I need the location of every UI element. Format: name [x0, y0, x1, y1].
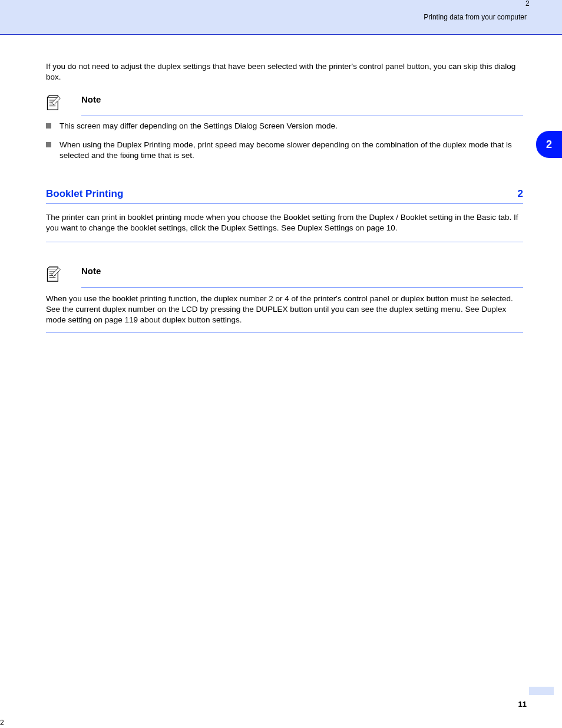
header-text: Printing data from your computer: [424, 13, 527, 21]
top-line: [0, 34, 562, 35]
note-icon: [46, 266, 81, 285]
note-2-body: When you use the booklet printing functi…: [46, 294, 523, 325]
note-2-rule-top: [81, 287, 523, 288]
note-2-rule-bottom: [46, 332, 523, 333]
square-bullet-icon: [46, 123, 51, 129]
bottom-right-bar: [529, 687, 554, 695]
intro-paragraph: If you do not need to adjust the duplex …: [46, 61, 523, 83]
note-2-label: Note: [81, 266, 523, 276]
note-icon: [46, 94, 81, 113]
section-number: 2: [518, 188, 523, 200]
page-number: 11: [518, 700, 527, 709]
section-underline: [46, 203, 523, 204]
aux-bottom-left: 2: [0, 719, 4, 727]
section-body-rule: [46, 242, 523, 242]
section-body: The printer can print in booklet printin…: [46, 212, 523, 233]
square-bullet-icon: [46, 142, 51, 147]
side-tab-label: 2: [546, 139, 552, 151]
note-pencil-icon: [46, 266, 61, 282]
note-1-bullet-1: This screen may differ depending on the …: [46, 121, 523, 131]
note-1-rule-top: [81, 116, 523, 116]
content-column: If you do not need to adjust the duplex …: [46, 61, 523, 333]
note-pencil-icon: [46, 94, 61, 111]
note-1-label: Note: [81, 94, 523, 104]
note-2: Note: [46, 266, 523, 285]
section-title: Booklet Printing: [46, 188, 123, 200]
page: 2 Printing data from your computer 2 If …: [0, 0, 562, 728]
note-1-bullet-1-text: This screen may differ depending on the …: [59, 121, 523, 131]
aux-top-left: 2: [525, 0, 529, 10]
note-1-bullet-2-text: When using the Duplex Printing mode, pri…: [59, 140, 523, 161]
note-1: Note: [46, 94, 523, 113]
note-1-bullet-2: When using the Duplex Printing mode, pri…: [46, 140, 523, 161]
section-heading: Booklet Printing 2: [46, 188, 523, 200]
side-tab: 2: [536, 131, 562, 158]
